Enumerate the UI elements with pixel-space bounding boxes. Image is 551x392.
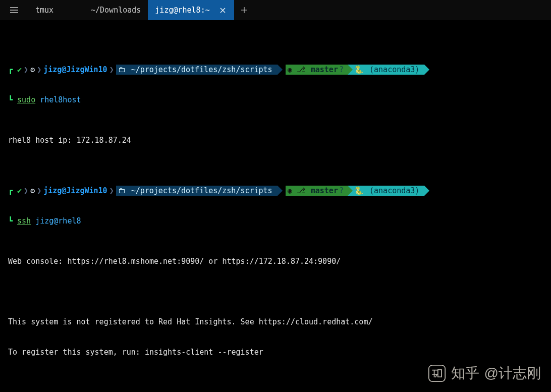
segment-arrow-icon — [278, 65, 283, 75]
tab-label: tmux — [35, 6, 53, 15]
git-segment: ◉ ⎇ master ? — [286, 65, 348, 75]
watermark-author: @计志刚 — [484, 364, 541, 383]
conda-env: (anaconda3) — [368, 186, 420, 196]
conda-env: (anaconda3) — [368, 65, 420, 75]
gear-icon: ⚙ — [30, 65, 35, 75]
git-status-icon: ? — [339, 65, 344, 75]
chevron-icon: ❯ — [107, 65, 116, 75]
title-bar: tmux ~/Downloads jizg@rhel8:~ — [0, 0, 551, 20]
svg-rect-0 — [428, 365, 445, 381]
motd-line: Web console: https://rhel8.mshome.net:90… — [8, 256, 543, 266]
segment-arrow-icon — [348, 65, 353, 75]
motd-line: To register this system, run: insights-c… — [8, 347, 543, 357]
command-line-2: ┗ ssh jizg@rhel8 — [8, 216, 543, 226]
git-status-icon: ? — [339, 186, 344, 196]
tab-label: jizg@rhel8:~ — [155, 6, 209, 15]
user-host: jizg@JizgWin10 — [43, 65, 107, 75]
command-arg: jizg@rhel8 — [35, 216, 81, 226]
github-icon: ◉ — [288, 186, 297, 196]
success-tick-icon: ✔ — [17, 186, 22, 196]
prompt-line-2: ┏ ✔ ❯ ⚙ ❯ jizg@JizgWin10 ❯ 🗀 ~/projects/… — [8, 186, 543, 196]
branch-icon: ⎇ — [297, 65, 310, 75]
output-line: rhel8 host ip: 172.18.87.24 — [8, 135, 543, 145]
hamburger-menu-icon[interactable] — [0, 0, 28, 20]
motd-line: This system is not registered to Red Hat… — [8, 317, 543, 327]
tab-downloads[interactable]: ~/Downloads — [84, 0, 148, 20]
tab-rhel8[interactable]: jizg@rhel8:~ — [148, 0, 234, 20]
folder-icon: 🗀 — [118, 65, 130, 75]
branch-icon: ⎇ — [297, 186, 310, 196]
segment-arrow-icon — [424, 65, 429, 75]
cwd-path: ~/projects/dotfiles/zsh/scripts — [130, 186, 273, 196]
prompt-line-1: ┏ ✔ ❯ ⚙ ❯ jizg@JizgWin10 ❯ 🗀 ~/projects/… — [8, 65, 543, 75]
terminal-viewport[interactable]: ┏ ✔ ❯ ⚙ ❯ jizg@JizgWin10 ❯ 🗀 ~/projects/… — [0, 20, 551, 392]
github-icon: ◉ — [288, 65, 297, 75]
command-arg: rhel8host — [40, 95, 81, 104]
git-branch: master — [310, 186, 339, 196]
conda-segment: 🐍 (anaconda3) — [348, 186, 424, 196]
user-host: jizg@JizgWin10 — [43, 186, 107, 196]
command-name: ssh — [17, 216, 31, 226]
chevron-icon: ❯ — [22, 65, 30, 75]
conda-segment: 🐍 (anaconda3) — [348, 65, 424, 75]
cwd-path: ~/projects/dotfiles/zsh/scripts — [130, 65, 273, 75]
path-segment: 🗀 ~/projects/dotfiles/zsh/scripts — [116, 186, 278, 196]
prompt-bracket: ┏ — [8, 65, 17, 75]
segment-arrow-icon — [348, 186, 353, 196]
command-line-1: ┗ sudo rhel8host — [8, 95, 543, 105]
close-tab-icon[interactable] — [219, 6, 227, 14]
new-tab-button[interactable] — [234, 0, 254, 20]
command-name: sudo — [17, 95, 35, 104]
tab-tmux[interactable]: tmux — [28, 0, 84, 20]
git-branch: master — [310, 65, 339, 75]
chevron-icon: ❯ — [35, 65, 43, 75]
watermark-site: 知乎 — [451, 364, 479, 383]
zhihu-logo-icon — [428, 364, 446, 382]
gear-icon: ⚙ — [30, 186, 35, 196]
git-segment: ◉ ⎇ master ? — [286, 186, 348, 196]
tab-label: ~/Downloads — [91, 6, 141, 15]
watermark: 知乎 @计志刚 — [428, 364, 541, 383]
success-tick-icon: ✔ — [17, 65, 22, 75]
segment-arrow-icon — [424, 186, 429, 196]
folder-icon: 🗀 — [118, 186, 130, 196]
segment-arrow-icon — [278, 186, 283, 196]
path-segment: 🗀 ~/projects/dotfiles/zsh/scripts — [116, 65, 278, 75]
